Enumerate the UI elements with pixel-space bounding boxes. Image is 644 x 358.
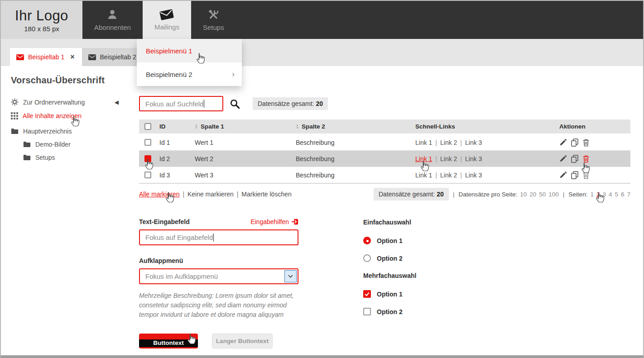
quick-link-2[interactable]: Link 2 — [440, 139, 457, 146]
delete-icon-hover[interactable] — [582, 155, 590, 163]
nav-label: Mailings — [154, 23, 179, 31]
text-input-placeholder: Fokus auf Eingabefeld — [145, 234, 213, 241]
separator: | — [453, 191, 455, 198]
per-page-option-10[interactable]: 10 — [520, 191, 527, 198]
records-total-badge: Datensätze gesamt: 20 — [253, 97, 328, 110]
quick-link-1[interactable]: Link 1 — [415, 172, 432, 179]
envelope-icon — [159, 8, 174, 21]
text-field-label: Text-Eingabefeld — [139, 218, 190, 225]
tab-beispieltab-1[interactable]: Beispieltab 1 × — [10, 48, 82, 66]
copy-icon[interactable] — [571, 155, 578, 163]
per-page-option-100[interactable]: 100 — [548, 191, 559, 198]
page-1[interactable]: 1 — [590, 191, 594, 198]
data-table: ID ▲▼ Spalte 1 ▲▼ Spalte 2 Schnell-Links… — [139, 119, 630, 184]
insert-page-icon — [291, 218, 298, 225]
column-header-id: ID — [154, 123, 195, 130]
primary-button-hover[interactable]: Buttontext — [139, 334, 198, 348]
delete-selected-link[interactable]: Markierte löschen — [241, 191, 292, 198]
radio-unselected[interactable] — [363, 254, 371, 262]
envelope-icon — [88, 54, 96, 60]
page-5[interactable]: 5 — [615, 191, 618, 198]
per-page-option-50[interactable]: 50 — [539, 191, 546, 198]
row-checkbox-checked[interactable] — [144, 155, 151, 162]
row-checkbox[interactable] — [144, 139, 151, 146]
row-checkbox[interactable] — [144, 172, 151, 178]
form-right-column: Einfachauswahl Option 1 Option 2 Mehrfac… — [363, 218, 416, 348]
pages-label: Seiten: — [568, 191, 587, 198]
page-title: Vorschau-Überschrift — [11, 75, 139, 86]
select-all-link[interactable]: Alle markieren — [139, 191, 179, 198]
nav-item-mailings[interactable]: Mailings — [143, 1, 191, 39]
page-6[interactable]: 6 — [621, 191, 625, 198]
quick-link-3[interactable]: Link 3 — [465, 172, 482, 179]
select-none-link[interactable]: Keine markieren — [187, 191, 234, 198]
folder-item-hauptverzeichnis[interactable]: Hauptverzeichnis — [11, 128, 139, 135]
mailings-dropdown-menu: Beispielmenü 1 Beispielmenü 2 › — [137, 39, 242, 86]
secondary-button[interactable]: Langer Buttontext — [212, 334, 273, 348]
page-2-hover[interactable]: 2 — [596, 191, 600, 198]
nav-label: Abonnenten — [94, 24, 131, 31]
copy-icon[interactable] — [571, 171, 578, 179]
input-helpers-link[interactable]: Eingabehilfen — [250, 218, 298, 225]
page-4[interactable]: 4 — [609, 191, 612, 198]
quick-link-3[interactable]: Link 3 — [465, 139, 482, 146]
logo-title: Ihr Logo — [15, 8, 68, 24]
page-7[interactable]: 7 — [627, 191, 630, 198]
radio-option-label[interactable]: Option 2 — [377, 255, 403, 262]
cell-spalte1: Wert 3 — [195, 172, 296, 179]
folder-icon — [23, 154, 31, 161]
nav-item-setups[interactable]: Setups — [191, 1, 236, 39]
quick-link-2[interactable]: Link 2 — [440, 172, 457, 179]
select-all-checkbox[interactable] — [144, 123, 151, 130]
table-row: Id 3 Wert 3 Beschreibung Link 1|Link 2|L… — [139, 167, 630, 183]
quick-link-2[interactable]: Link 2 — [440, 155, 457, 162]
sort-icon[interactable]: ▲▼ — [195, 124, 198, 129]
pagination: Datensätze gesamt: 20 | Datensätze pro S… — [374, 188, 630, 200]
records-total-value: 20 — [437, 191, 444, 198]
radio-option-label[interactable]: Option 1 — [377, 237, 403, 244]
folder-item-demo-bilder[interactable]: Demo-Bilder — [11, 141, 139, 148]
menu-item-beispielmenu-1[interactable]: Beispielmenü 1 — [137, 39, 242, 62]
search-row: Fokus auf Suchfeld Datensätze gesamt: 20 — [139, 96, 630, 111]
copy-icon[interactable] — [571, 138, 578, 147]
grid-icon — [11, 112, 18, 119]
text-input[interactable]: Fokus auf Eingabefeld — [139, 229, 298, 245]
chevron-right-icon: › — [232, 70, 235, 79]
nav-item-abonnenten[interactable]: Abonnenten — [82, 1, 143, 39]
chevron-down-icon[interactable] — [284, 270, 297, 282]
sidebar-item-show-all-contents[interactable]: Alle Inhalte anzeigen — [11, 112, 119, 119]
search-input[interactable]: Fokus auf Suchfeld — [139, 96, 223, 111]
close-icon[interactable]: × — [70, 53, 74, 61]
search-icon[interactable] — [230, 99, 240, 109]
radio-selected[interactable] — [363, 237, 371, 244]
menu-item-beispielmenu-2[interactable]: Beispielmenü 2 › — [137, 62, 242, 86]
radio-option-1: Option 1 — [363, 237, 416, 244]
table-row-selected: Id 2 Wert 2 Beschreibung Link 1|Link 2|L… — [139, 151, 630, 167]
checkbox-option-label[interactable]: Option 2 — [377, 308, 403, 315]
per-page-option-20[interactable]: 20 — [529, 191, 536, 198]
dropdown-select[interactable]: Fokus im Aufklappmenü — [139, 268, 298, 284]
checkbox-option-label[interactable]: Option 1 — [377, 291, 403, 298]
per-page-label: Datensätze pro Seite: — [458, 191, 517, 198]
delete-icon[interactable] — [582, 171, 590, 179]
checkbox-checked[interactable] — [363, 290, 371, 298]
sort-icon[interactable]: ▲▼ — [296, 124, 299, 129]
sidebar-item-folder-management[interactable]: Zur Ordnerverwaltung ◀ — [11, 98, 119, 106]
envelope-icon — [16, 54, 24, 60]
page-3[interactable]: 3 — [602, 191, 606, 198]
table-row: Id 1 Wert 1 Beschreibung Link 1|Link 2|L… — [139, 134, 630, 151]
top-bar: Ihr Logo 180 x 85 px Abonnenten Mailings — [1, 1, 643, 39]
edit-icon[interactable] — [559, 171, 567, 179]
folder-item-setups[interactable]: Setups — [11, 154, 139, 161]
checkbox-unchecked[interactable] — [363, 308, 371, 315]
cell-spalte2: Beschreibung — [296, 139, 415, 146]
main-panel: Fokus auf Suchfeld Datensätze gesamt: 20… — [139, 66, 630, 348]
tab-label: Beispieltab 1 — [28, 53, 64, 61]
delete-icon[interactable] — [582, 138, 590, 147]
quick-link-1[interactable]: Link 1 — [415, 139, 432, 146]
quick-link-1-hover[interactable]: Link 1 — [415, 155, 432, 162]
edit-icon[interactable] — [559, 138, 567, 146]
quick-link-3[interactable]: Link 3 — [465, 155, 482, 162]
edit-icon[interactable] — [559, 155, 567, 162]
collapse-sidebar-icon[interactable]: ◀ — [115, 99, 119, 105]
